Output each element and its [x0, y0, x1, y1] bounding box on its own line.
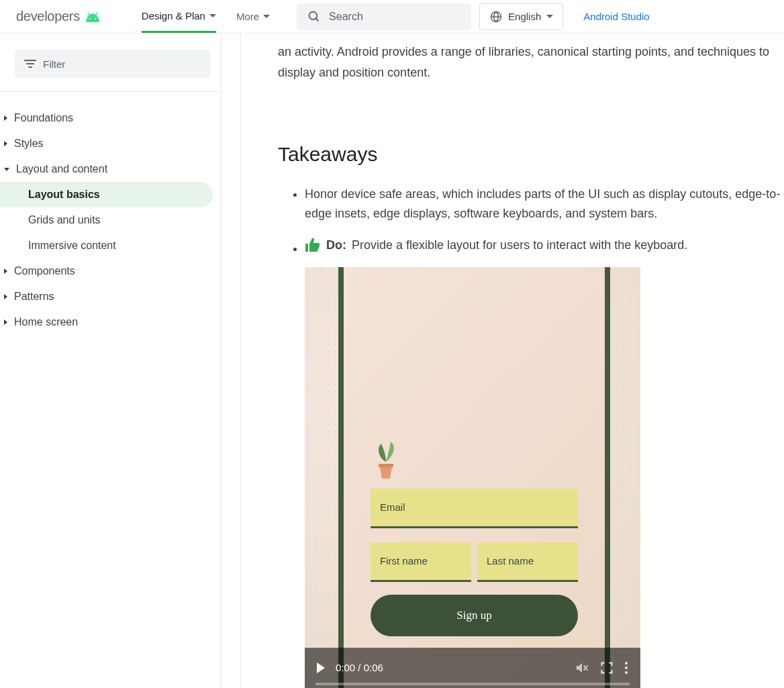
tab-more[interactable]: More	[236, 0, 270, 33]
video-controls: 0:00 / 0:06	[305, 648, 640, 688]
sidebar-item-label: Home screen	[14, 316, 78, 328]
takeaways-heading: Takeaways	[278, 143, 784, 166]
caret-right-icon	[4, 320, 7, 325]
android-studio-link[interactable]: Android Studio	[583, 11, 649, 22]
mute-icon[interactable]	[575, 660, 589, 675]
intro-paragraph: an activity. Android provides a range of…	[278, 42, 775, 83]
lastname-field: Last name	[477, 542, 578, 582]
sidebar-item-patterns[interactable]: Patterns	[0, 284, 221, 309]
android-icon	[84, 11, 101, 22]
caret-right-icon	[4, 268, 7, 274]
firstname-field: First name	[371, 542, 471, 582]
logo[interactable]: developers	[16, 9, 101, 24]
sidebar-item-styles[interactable]: Styles	[0, 131, 221, 156]
sidebar-item-label: Patterns	[14, 291, 54, 303]
caret-right-icon	[4, 294, 7, 299]
tab-label: More	[236, 11, 259, 22]
main-container: Filter Foundations Styles Layout and con…	[0, 34, 784, 688]
list-item: Do: Provide a flexible layout for users …	[305, 236, 784, 688]
decoration	[607, 267, 640, 688]
video-progress[interactable]	[315, 683, 630, 685]
language-selector[interactable]: English	[479, 3, 563, 30]
thumbs-up-icon	[305, 238, 321, 252]
signup-button: Sign up	[371, 595, 578, 636]
svg-point-1	[95, 18, 96, 19]
language-label: English	[508, 11, 541, 22]
do-label: Do:	[326, 236, 346, 255]
svg-rect-8	[305, 244, 308, 252]
decoration	[305, 267, 338, 688]
sidebar-item-layout-content[interactable]: Layout and content	[0, 156, 221, 182]
chevron-down-icon	[263, 15, 270, 18]
sidebar-item-label: Foundations	[14, 112, 73, 124]
content-inner: an activity. Android provides a range of…	[240, 34, 784, 688]
svg-point-13	[625, 667, 628, 669]
caret-right-icon	[4, 115, 7, 121]
nav-tabs: Design & Plan More	[142, 0, 270, 33]
chevron-down-icon	[209, 14, 216, 17]
sidebar-item-foundations[interactable]: Foundations	[0, 105, 221, 131]
play-icon[interactable]	[317, 662, 325, 673]
svg-rect-9	[379, 464, 393, 467]
svg-line-3	[316, 18, 319, 21]
email-field: Email	[371, 489, 578, 528]
sidebar-item-label: Layout and content	[16, 163, 107, 175]
tab-design-plan[interactable]: Design & Plan	[142, 0, 216, 33]
search-icon	[307, 10, 321, 23]
search-input[interactable]: Search	[297, 3, 471, 30]
sidebar-item-label: Styles	[14, 138, 44, 150]
top-header: developers Design & Plan More Search Eng…	[0, 0, 784, 34]
svg-point-2	[309, 11, 317, 19]
list-item: Honor device safe areas, which includes …	[305, 185, 784, 224]
content-area: an activity. Android provides a range of…	[222, 34, 784, 688]
sidebar-subitem-grids-units[interactable]: Grids and units	[0, 207, 221, 233]
more-icon[interactable]	[624, 661, 628, 675]
phone-mockup: Email First name Last name Sign up	[338, 267, 610, 688]
divider	[0, 91, 221, 92]
sidebar-item-label: Components	[14, 265, 75, 277]
sidebar: Filter Foundations Styles Layout and con…	[0, 34, 222, 688]
takeaways-list: Honor device safe areas, which includes …	[278, 185, 784, 688]
svg-point-0	[89, 18, 91, 19]
sidebar-item-home-screen[interactable]: Home screen	[0, 309, 221, 335]
svg-point-14	[625, 671, 628, 674]
fullscreen-icon[interactable]	[600, 661, 614, 675]
tab-label: Design & Plan	[142, 10, 205, 21]
filter-icon	[24, 59, 36, 68]
caret-right-icon	[4, 141, 7, 146]
sidebar-subitem-immersive[interactable]: Immersive content	[0, 233, 221, 258]
video-container: Email First name Last name Sign up 0:00 …	[305, 267, 640, 688]
svg-point-12	[625, 662, 628, 665]
video-player[interactable]: Email First name Last name Sign up 0:00 …	[305, 267, 640, 688]
sidebar-item-components[interactable]: Components	[0, 258, 221, 284]
plant-icon	[369, 438, 403, 482]
chevron-down-icon	[546, 15, 553, 18]
logo-text: developers	[16, 9, 80, 24]
sidebar-subitem-layout-basics[interactable]: Layout basics	[0, 182, 213, 207]
video-time: 0:00 / 0:06	[336, 660, 383, 676]
filter-placeholder: Filter	[43, 58, 65, 70]
do-text: Provide a flexible layout for users to i…	[352, 236, 687, 255]
globe-icon	[489, 10, 503, 23]
search-placeholder: Search	[329, 11, 363, 23]
caret-down-icon	[4, 168, 9, 171]
filter-input[interactable]: Filter	[15, 50, 210, 78]
